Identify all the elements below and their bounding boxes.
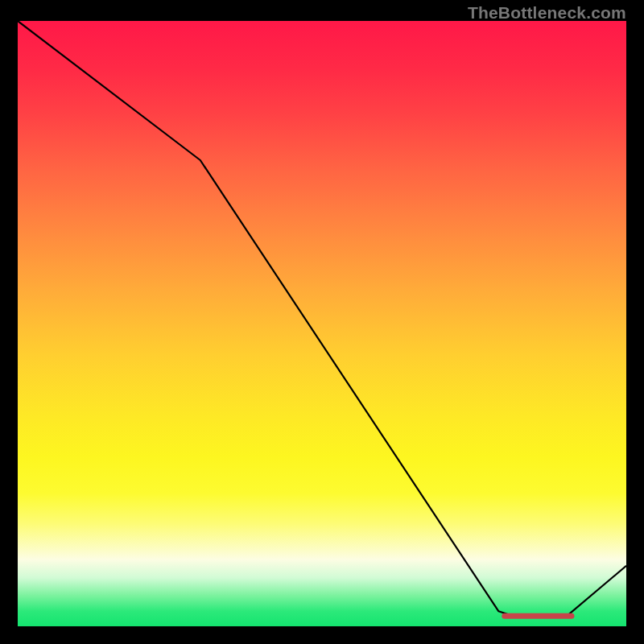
bottleneck-line — [18, 21, 626, 617]
attribution-label: TheBottleneck.com — [468, 3, 626, 23]
chart-svg — [18, 21, 626, 626]
plot-area — [18, 21, 626, 626]
chart-container: TheBottleneck.com — [0, 0, 644, 644]
